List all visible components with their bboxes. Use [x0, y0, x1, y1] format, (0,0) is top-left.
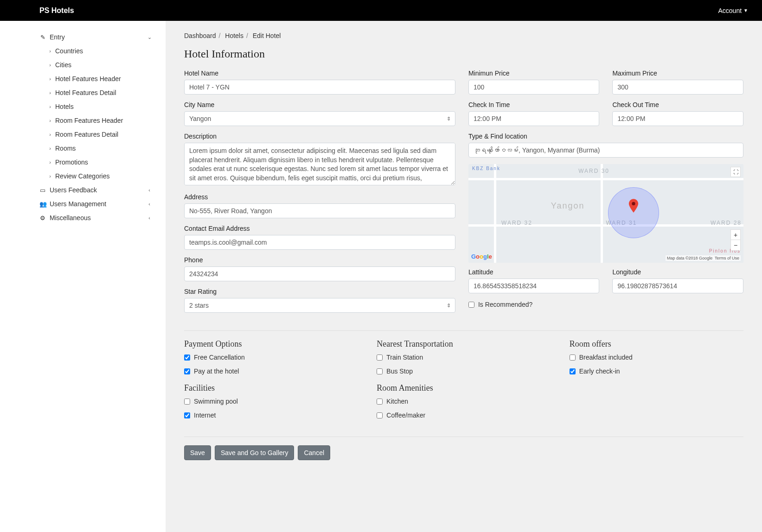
edit-icon: ✎	[39, 34, 46, 41]
map-ward-label: WARD 30	[578, 168, 609, 174]
sidebar-item-rooms[interactable]: ›Rooms	[39, 141, 152, 155]
option-item: Train Station	[377, 354, 551, 361]
hotel-name-input[interactable]	[184, 80, 455, 95]
map-ward-label: WARD 32	[501, 220, 532, 226]
location-input[interactable]	[468, 143, 743, 158]
option-label: Train Station	[386, 354, 423, 361]
option-checkbox[interactable]	[377, 368, 383, 374]
min-price-input[interactable]	[468, 80, 600, 95]
nav-miscellaneous[interactable]: ⚙Miscellaneous ‹	[39, 211, 152, 225]
main-content: Dashboard/ Hotels/ Edit Hotel Hotel Info…	[166, 21, 762, 532]
map[interactable]: WARD 30 WARD 32 WARD 31 WARD 28 Yangon K…	[468, 164, 743, 263]
option-checkbox[interactable]	[184, 399, 190, 405]
map-zoom-in-button[interactable]: +	[731, 230, 740, 240]
option-checkbox[interactable]	[184, 412, 190, 418]
save-button[interactable]: Save	[184, 445, 211, 460]
label-max-price: Maximum Price	[612, 70, 743, 77]
nav-entry-label: Entry	[50, 33, 65, 41]
nav-users-management[interactable]: 👥Users Management ‹	[39, 197, 152, 211]
breadcrumb-hotels[interactable]: Hotels	[225, 32, 243, 39]
cancel-button[interactable]: Cancel	[298, 445, 330, 460]
account-menu[interactable]: Account ▼	[718, 7, 749, 14]
map-zoom-controls: + −	[730, 229, 741, 251]
option-item: Kitchen	[377, 398, 551, 405]
sidebar-item-cities[interactable]: ›Cities	[39, 58, 152, 72]
sidebar-item-hotel-features-header[interactable]: ›Hotel Features Header	[39, 72, 152, 86]
map-fullscreen-button[interactable]: ⛶	[730, 167, 741, 177]
option-item: Early check-in	[570, 367, 743, 375]
option-checkbox[interactable]	[570, 355, 576, 361]
checkout-input[interactable]	[612, 111, 743, 126]
sidebar-item-room-features-header[interactable]: ›Room Features Header	[39, 114, 152, 127]
map-ward-label: WARD 28	[711, 220, 742, 226]
map-poi-label: KBZ Bank	[472, 166, 500, 171]
sidebar-item-label: Hotel Features Detail	[55, 89, 116, 96]
sidebar-item-review-categories[interactable]: ›Review Categories	[39, 169, 152, 183]
label-location: Type & Find location	[468, 133, 743, 140]
option-item: Breakfast included	[570, 354, 743, 361]
nav-label: Users Feedback	[50, 186, 97, 194]
chevron-right-icon: ›	[48, 76, 52, 82]
nav-users-feedback[interactable]: ▭Users Feedback ‹	[39, 183, 152, 197]
option-checkbox[interactable]	[377, 412, 383, 418]
option-label: Kitchen	[386, 398, 408, 405]
breadcrumb-dashboard[interactable]: Dashboard	[184, 32, 216, 39]
breadcrumb-edit-hotel: Edit Hotel	[253, 32, 281, 39]
option-checkbox[interactable]	[377, 355, 383, 361]
option-label: Bus Stop	[386, 367, 413, 375]
caret-down-icon: ▼	[743, 8, 748, 13]
checkin-input[interactable]	[468, 111, 600, 126]
account-label: Account	[718, 7, 742, 14]
sidebar-item-hotel-features-detail[interactable]: ›Hotel Features Detail	[39, 86, 152, 100]
chevron-left-icon: ‹	[147, 201, 152, 207]
lat-input[interactable]	[468, 279, 600, 293]
chevron-right-icon: ›	[48, 104, 52, 109]
option-item: Bus Stop	[377, 367, 551, 375]
max-price-input[interactable]	[612, 80, 743, 95]
page-title: Hotel Information	[184, 48, 743, 60]
option-item: Free Cancellation	[184, 354, 358, 361]
option-checkbox[interactable]	[377, 399, 383, 405]
option-checkbox[interactable]	[184, 355, 190, 361]
chevron-right-icon: ›	[48, 159, 52, 165]
option-label: Internet	[194, 412, 216, 419]
option-item: Internet	[184, 412, 358, 419]
sidebar-item-label: Rooms	[55, 145, 76, 152]
option-label: Swimming pool	[194, 398, 238, 405]
sidebar-item-label: Promotions	[55, 158, 88, 166]
star-rating-select[interactable]: 2 stars	[184, 298, 455, 313]
label-description: Description	[184, 133, 455, 140]
option-checkbox[interactable]	[570, 368, 576, 374]
email-input[interactable]	[184, 235, 455, 250]
phone-input[interactable]	[184, 266, 455, 281]
gears-icon: ⚙	[39, 215, 46, 222]
lng-input[interactable]	[612, 279, 743, 293]
sidebar-item-room-features-detail[interactable]: ›Room Features Detail	[39, 127, 152, 141]
label-phone: Phone	[184, 256, 455, 264]
recommended-checkbox[interactable]	[468, 302, 474, 308]
brand-logo[interactable]: PS Hotels	[39, 6, 74, 15]
label-lng: Longitude	[612, 268, 743, 276]
svg-point-0	[632, 202, 635, 205]
sidebar-item-promotions[interactable]: ›Promotions	[39, 155, 152, 169]
chevron-right-icon: ›	[48, 118, 52, 123]
chevron-right-icon: ›	[48, 146, 52, 151]
section-title-amenities: Room Amenities	[377, 383, 551, 393]
map-zoom-out-button[interactable]: −	[731, 240, 740, 250]
chevron-right-icon: ›	[48, 62, 52, 68]
nav-entry[interactable]: ✎Entry ⌄	[39, 30, 152, 44]
chevron-left-icon: ‹	[147, 187, 152, 193]
divider	[184, 437, 743, 437]
sidebar-item-label: Hotel Features Header	[55, 75, 121, 82]
label-hotel-name: Hotel Name	[184, 70, 455, 77]
description-textarea[interactable]: Lorem ipsum dolor sit amet, consectetur …	[184, 143, 455, 185]
option-checkbox[interactable]	[184, 368, 190, 374]
save-and-gallery-button[interactable]: Save and Go to Gallery	[215, 445, 295, 460]
sidebar-item-hotels[interactable]: ›Hotels	[39, 100, 152, 114]
city-name-select[interactable]: Yangon	[184, 111, 455, 126]
option-label: Breakfast included	[579, 354, 633, 361]
users-icon: 👥	[39, 201, 46, 208]
sidebar-item-countries[interactable]: ›Countries	[39, 44, 152, 58]
sidebar-item-label: Room Features Detail	[55, 131, 118, 138]
address-input[interactable]	[184, 203, 455, 218]
